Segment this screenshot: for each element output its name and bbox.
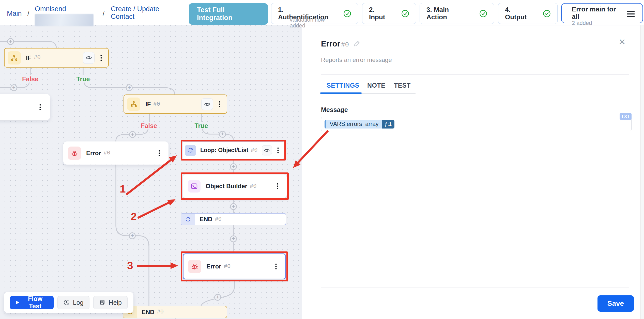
test-button-line1: Test Full: [197, 6, 225, 14]
error-tab-line1: Error main for: [572, 5, 616, 13]
token-stripe: [325, 120, 326, 129]
hamburger-menu-icon[interactable]: [627, 11, 635, 17]
node-loop[interactable]: Loop: Object/List #0: [182, 141, 284, 159]
tab-test[interactable]: TEST: [394, 82, 411, 89]
tab-error-main-for-all[interactable]: Error main forall 2 added: [561, 3, 643, 23]
node-object-builder[interactable]: Object Builder #0: [183, 174, 287, 198]
add-node-connector[interactable]: [126, 84, 133, 91]
test-button-line2: Integration: [197, 14, 233, 22]
add-node-connector[interactable]: [230, 235, 237, 242]
add-node-connector[interactable]: [219, 131, 226, 138]
more-menu-icon[interactable]: [38, 104, 43, 110]
bug-icon: [68, 147, 81, 160]
branch-label-true: True: [76, 75, 90, 83]
field-type-badge: TXT: [620, 113, 632, 120]
step-number: 4.: [505, 6, 511, 13]
breadcrumb-page-line2: Contact: [111, 13, 134, 20]
more-menu-icon[interactable]: [99, 55, 104, 61]
panel-node-id: #0: [341, 41, 349, 49]
step-tab-main-action[interactable]: 3. MainAction: [420, 3, 494, 24]
check-circle-icon: [401, 10, 409, 18]
more-menu-icon[interactable]: [217, 101, 222, 107]
node-label: Loop: Object/List: [200, 147, 248, 154]
loop-icon: [181, 214, 195, 225]
node-label: Error: [206, 263, 221, 270]
node-if-2[interactable]: IF #0: [124, 94, 227, 114]
step-tab-output[interactable]: 4.Output: [498, 3, 558, 24]
breadcrumb-separator: /: [27, 10, 29, 18]
branch-label-false: False: [141, 122, 157, 130]
redacted-text: [35, 14, 94, 26]
check-circle-icon: [479, 10, 487, 18]
flow-test-button[interactable]: Flow Test: [10, 296, 54, 309]
add-node-connector[interactable]: [129, 232, 136, 239]
node-offscreen-card[interactable]: [0, 94, 50, 120]
annotation-number-3: 3: [127, 260, 133, 272]
node-label: Error: [86, 150, 101, 157]
add-node-connector[interactable]: [214, 294, 221, 301]
node-end-loop[interactable]: END #0: [181, 213, 286, 225]
more-menu-icon[interactable]: [275, 183, 280, 189]
node-if-1[interactable]: IF #0: [4, 48, 109, 68]
branch-label-false: False: [22, 75, 38, 83]
edit-pencil-icon[interactable]: [353, 40, 361, 48]
more-menu-icon[interactable]: [157, 150, 162, 156]
step-note-line2: added: [290, 22, 305, 29]
app-window: False True False True IF #0: [0, 0, 644, 319]
breadcrumb-page[interactable]: Create / UpdateContact: [111, 5, 159, 20]
node-id: #0: [34, 55, 40, 61]
add-node-connector[interactable]: [230, 163, 237, 170]
node-settings-panel: Error #0 ✕ Reports an error message SETT…: [302, 25, 640, 319]
node-id: #0: [224, 263, 231, 270]
node-label: IF: [145, 101, 151, 108]
save-button[interactable]: Save: [597, 295, 634, 312]
step-note-line1: validation flow: [290, 17, 325, 23]
step-label: Input: [369, 13, 385, 21]
test-full-integration-button[interactable]: Test FullIntegration: [189, 3, 268, 25]
node-error-2[interactable]: Error #0: [183, 253, 286, 279]
terminal-icon: [188, 180, 201, 193]
divider: [321, 74, 629, 75]
step-tab-input[interactable]: 2.Input: [362, 3, 416, 24]
add-node-connector[interactable]: [7, 38, 14, 45]
document-icon: [99, 299, 106, 306]
message-input[interactable]: VARS.errors_array ƒ:1: [321, 117, 632, 131]
token-function-badge: ƒ:1: [382, 120, 395, 129]
preview-eye-button[interactable]: [83, 52, 95, 64]
vertical-scrollbar[interactable]: [640, 25, 644, 319]
add-node-connector[interactable]: [129, 131, 136, 138]
preview-eye-button[interactable]: [201, 98, 213, 110]
check-circle-icon: [343, 10, 351, 18]
log-label: Log: [73, 299, 84, 306]
breadcrumb-main[interactable]: Main: [7, 10, 22, 18]
preview-eye-button[interactable]: [262, 145, 272, 155]
flow-test-label: Flow Test: [23, 295, 48, 310]
node-id: #0: [104, 150, 110, 156]
canvas-toolbar: Flow Test Log Help: [4, 292, 133, 313]
node-id: #0: [215, 216, 222, 222]
branch-icon: [8, 51, 21, 65]
more-menu-icon[interactable]: [275, 147, 281, 153]
node-error-1[interactable]: Error #0: [63, 141, 168, 165]
help-button[interactable]: Help: [93, 296, 128, 309]
branch-label-true: True: [195, 122, 208, 130]
more-menu-icon[interactable]: [273, 263, 279, 269]
breadcrumb-app[interactable]: Omnisend: [35, 5, 66, 13]
annotation-number-1: 1: [120, 183, 126, 195]
add-node-connector[interactable]: [230, 203, 237, 210]
close-icon[interactable]: ✕: [619, 38, 626, 46]
panel-title: Error: [321, 39, 340, 49]
node-end-bottom[interactable]: END #0: [123, 306, 227, 318]
node-label: IF: [26, 54, 31, 61]
log-button[interactable]: Log: [57, 296, 89, 309]
step-label: Action: [426, 13, 447, 21]
tab-note[interactable]: NOTE: [367, 82, 385, 89]
tab-settings[interactable]: SETTINGS: [327, 82, 359, 89]
token-text: VARS.errors_array: [326, 120, 382, 129]
error-tab-line2: all: [572, 13, 579, 20]
node-id: #0: [250, 183, 256, 189]
add-node-connector[interactable]: [10, 84, 17, 91]
help-label: Help: [109, 299, 122, 306]
history-clock-icon: [63, 299, 70, 306]
variable-token[interactable]: VARS.errors_array ƒ:1: [325, 120, 394, 129]
